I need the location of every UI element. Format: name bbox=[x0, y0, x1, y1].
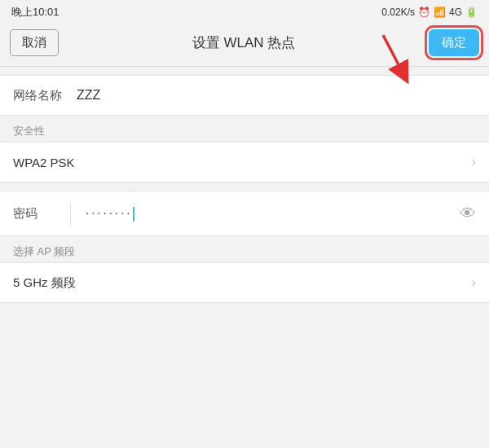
frequency-section-label: 选择 AP 频段 bbox=[0, 236, 489, 262]
password-label: 密码 bbox=[13, 206, 70, 222]
speed-indicator: 0.02K/s bbox=[381, 7, 415, 18]
security-row[interactable]: WPA2 PSK › bbox=[0, 143, 489, 182]
chevron-right-icon: › bbox=[472, 155, 476, 169]
password-dots-text: ········ bbox=[86, 205, 132, 219]
form-content: 网络名称 ZZZ 安全性 WPA2 PSK › 密码 bbox=[0, 67, 489, 303]
network-type: 4G bbox=[449, 7, 462, 18]
status-time: 晚上10:01 bbox=[11, 5, 59, 20]
page-title: 设置 WLAN 热点 bbox=[59, 33, 429, 52]
title-bar: 取消 设置 WLAN 热点 确定 bbox=[0, 23, 489, 67]
frequency-row[interactable]: 5 GHz 频段 › bbox=[0, 263, 489, 302]
security-card: WPA2 PSK › bbox=[0, 142, 489, 182]
network-name-row: 网络名称 ZZZ bbox=[0, 76, 489, 115]
alarm-icon: ⏰ bbox=[418, 7, 430, 18]
password-card: 密码 ········ 👁 bbox=[0, 191, 489, 236]
network-name-card: 网络名称 ZZZ bbox=[0, 75, 489, 116]
confirm-button[interactable]: 确定 bbox=[429, 29, 479, 56]
cancel-button[interactable]: 取消 bbox=[10, 29, 59, 56]
password-row: 密码 ········ 👁 bbox=[0, 191, 489, 235]
password-divider bbox=[70, 201, 71, 226]
security-value: WPA2 PSK bbox=[13, 156, 75, 169]
eye-icon[interactable]: 👁 bbox=[453, 204, 476, 223]
chevron-right-icon-2: › bbox=[472, 275, 476, 290]
battery-icon: 🔋 bbox=[465, 7, 478, 18]
security-section-label: 安全性 bbox=[0, 116, 489, 142]
frequency-card: 5 GHz 频段 › bbox=[0, 262, 489, 303]
status-icons: 0.02K/s ⏰ 📶 4G 🔋 bbox=[381, 7, 478, 18]
network-name-label: 网络名称 bbox=[13, 88, 70, 103]
status-bar: 晚上10:01 0.02K/s ⏰ 📶 4G 🔋 bbox=[0, 0, 489, 23]
network-name-value[interactable]: ZZZ bbox=[70, 88, 476, 103]
frequency-value: 5 GHz 频段 bbox=[13, 275, 76, 291]
password-input[interactable]: ········ bbox=[79, 205, 453, 221]
signal-icon: 📶 bbox=[434, 7, 446, 18]
text-cursor bbox=[133, 207, 134, 222]
